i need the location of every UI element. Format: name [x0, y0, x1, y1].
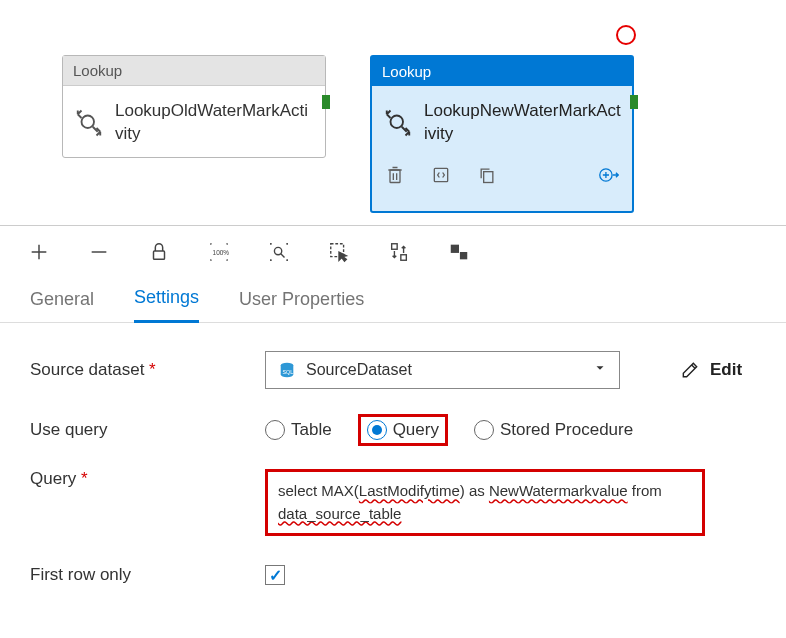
- radio-table[interactable]: Table: [265, 420, 332, 440]
- auto-arrange-icon[interactable]: [386, 239, 412, 265]
- query-textarea[interactable]: select MAX(LastModifytime) as NewWaterma…: [265, 469, 705, 536]
- activity-type-label: Lookup: [372, 57, 632, 86]
- minimap-icon[interactable]: [446, 239, 472, 265]
- svg-point-0: [82, 115, 95, 128]
- radio-stored-procedure[interactable]: Stored Procedure: [474, 420, 633, 440]
- svg-text:100%: 100%: [213, 248, 230, 255]
- validation-indicator-icon: [616, 25, 636, 45]
- svg-point-2: [391, 115, 404, 128]
- output-handle[interactable]: [322, 95, 330, 109]
- select-tool-icon[interactable]: [326, 239, 352, 265]
- zoom-fit-icon[interactable]: [266, 239, 292, 265]
- svg-rect-8: [154, 251, 165, 259]
- lookup-icon: [73, 107, 105, 139]
- edit-dataset-button[interactable]: Edit: [680, 360, 742, 380]
- sql-dataset-icon: SQL: [278, 361, 296, 379]
- delete-icon[interactable]: [384, 164, 406, 186]
- activity-lookup-new-watermark[interactable]: Lookup LookupNewWaterMarkActivity: [370, 55, 634, 213]
- radio-query[interactable]: Query: [358, 414, 448, 446]
- copy-icon[interactable]: [476, 164, 498, 186]
- query-label: Query *: [30, 469, 265, 489]
- chevron-down-icon: [593, 361, 607, 379]
- svg-rect-14: [401, 254, 407, 260]
- svg-rect-16: [460, 252, 467, 259]
- canvas-toolbar: 100%: [0, 225, 786, 277]
- lookup-icon: [382, 107, 414, 139]
- svg-text:SQL: SQL: [283, 369, 294, 375]
- first-row-only-label: First row only: [30, 565, 265, 585]
- svg-rect-5: [434, 168, 447, 181]
- tab-general[interactable]: General: [30, 289, 94, 322]
- source-dataset-label: Source dataset *: [30, 360, 265, 380]
- use-query-label: Use query: [30, 420, 265, 440]
- svg-rect-13: [392, 243, 398, 249]
- lock-icon[interactable]: [146, 239, 172, 265]
- activity-name-label: LookupNewWaterMarkActivity: [424, 100, 622, 146]
- tab-user-properties[interactable]: User Properties: [239, 289, 364, 322]
- zoom-100-icon[interactable]: 100%: [206, 239, 232, 265]
- svg-point-10: [274, 247, 281, 254]
- check-icon: ✓: [269, 566, 282, 585]
- svg-rect-6: [484, 172, 493, 183]
- add-button[interactable]: [26, 239, 52, 265]
- svg-rect-4: [390, 170, 400, 183]
- svg-rect-15: [451, 244, 459, 252]
- activity-name-label: LookupOldWaterMarkActivity: [115, 100, 315, 146]
- remove-button[interactable]: [86, 239, 112, 265]
- first-row-only-checkbox[interactable]: ✓: [265, 565, 285, 585]
- add-output-icon[interactable]: [598, 164, 620, 186]
- output-handle[interactable]: [630, 95, 638, 109]
- svg-line-11: [281, 253, 285, 257]
- tab-settings[interactable]: Settings: [134, 287, 199, 323]
- properties-tabs: General Settings User Properties: [0, 277, 786, 323]
- activity-lookup-old-watermark[interactable]: Lookup LookupOldWaterMarkActivity: [62, 55, 326, 158]
- source-dataset-dropdown[interactable]: SQL SourceDataset: [265, 351, 620, 389]
- activity-type-label: Lookup: [63, 56, 325, 86]
- settings-panel: Source dataset * SQL SourceDataset Edit …: [0, 323, 786, 624]
- code-icon[interactable]: [430, 164, 452, 186]
- pipeline-canvas[interactable]: Lookup LookupOldWaterMarkActivity Lookup…: [0, 0, 786, 225]
- dataset-name-value: SourceDataset: [306, 361, 412, 379]
